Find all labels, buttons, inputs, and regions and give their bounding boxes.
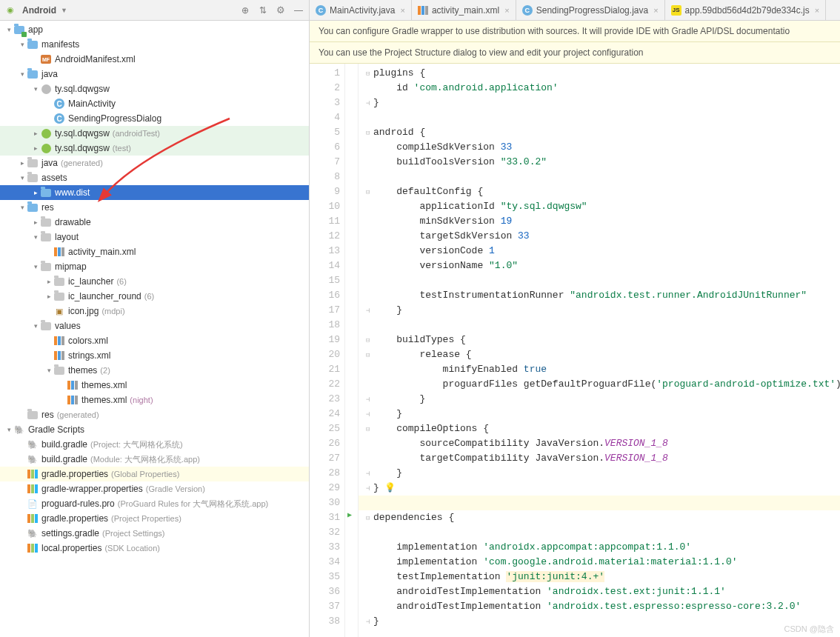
tree-row[interactable]: gradle.properties(Global Properties) [0,467,309,481]
expand-icon[interactable]: ▸ [31,144,40,152]
expand-icon[interactable]: ▾ [4,426,13,433]
fold-icon[interactable]: ⊟ [366,333,373,348]
fold-icon[interactable]: ⊟ [366,185,373,200]
close-icon[interactable]: × [504,6,509,15]
code-line[interactable]: applicationId "ty.sql.dqwgsw" [366,199,840,214]
tree-row[interactable]: colors.xml [0,333,309,348]
expand-icon[interactable]: ▾ [44,367,53,374]
code-line[interactable]: ⊟plugins { [366,66,840,81]
code-line[interactable]: ⊟ defaultConfig { [366,184,840,199]
tree-row[interactable]: ▾themes(2) [0,363,309,378]
tree-row[interactable]: ▾🐘Gradle Scripts [0,422,309,437]
code-line[interactable]: targetSdkVersion 33 [366,229,840,244]
expand-icon[interactable]: ▸ [44,278,53,285]
tree-row[interactable]: ▸ty.sql.dqwgsw(androidTest) [0,126,309,141]
code-line[interactable]: versionCode 1 [366,244,840,259]
target-icon[interactable]: ⊕ [239,4,251,16]
code-line[interactable] [359,496,840,510]
tree-row[interactable]: ▾app [0,22,309,37]
tree-row[interactable]: ▾manifests [0,37,309,52]
fold-icon[interactable]: ⊟ [366,126,373,141]
run-icon[interactable]: ▶ [347,510,352,519]
code-line[interactable]: testImplementation 'junit:junit:4.+' [366,570,840,584]
code-line[interactable] [366,525,840,540]
code-line[interactable]: ⊣} 💡 [366,481,840,496]
project-structure-banner[interactable]: You can use the Project Structure dialog… [310,42,840,64]
tree-row[interactable]: strings.xml [0,348,309,363]
expand-icon[interactable]: ▸ [44,293,53,300]
code-line[interactable] [366,273,840,288]
expand-icon[interactable]: ▾ [18,70,27,78]
tree-row[interactable]: 🐘build.gradle(Module: 大气网格化系统.app) [0,452,309,467]
fold-icon[interactable]: ⊟ [366,67,373,81]
expand-icon[interactable]: ▾ [18,174,27,181]
code-line[interactable]: ⊟android { [366,125,840,140]
expand-icon[interactable]: ▾ [31,233,40,241]
expand-icon[interactable]: ▸ [18,159,27,167]
expand-icon[interactable]: ▾ [4,26,13,33]
code-line[interactable]: ⊟ buildTypes { [366,333,840,347]
code-line[interactable]: id 'com.android.application' [366,81,840,96]
run-gutter[interactable]: ▶ [345,64,359,637]
tree-row[interactable]: gradle-wrapper.properties(Gradle Version… [0,481,309,496]
code-line[interactable]: androidTestImplementation 'androidx.test… [366,599,840,614]
tree-row[interactable]: 🐘settings.gradle(Project Settings) [0,526,309,541]
code-line[interactable]: sourceCompatibility JavaVersion.VERSION_… [366,436,840,451]
tree-row[interactable]: gradle.properties(Project Properties) [0,511,309,526]
code-line[interactable]: ⊣ } [366,392,840,407]
code-line[interactable]: versionName "1.0" [366,259,840,273]
tree-row[interactable]: local.properties(SDK Location) [0,541,309,556]
code-line[interactable]: ⊟ compileOptions { [366,421,840,436]
code-line[interactable] [366,318,840,333]
editor-tab[interactable]: CMainActivity.java× [310,0,412,20]
expand-icon[interactable]: ▸ [31,189,40,196]
code-line[interactable]: proguardFiles getDefaultProguardFile('pr… [366,377,840,392]
expand-icon[interactable]: ▾ [31,322,40,330]
sidebar-title[interactable]: Android [22,5,56,16]
code-line[interactable]: implementation 'com.google.android.mater… [366,555,840,570]
tree-row[interactable]: ▸java(generated) [0,156,309,170]
close-icon[interactable]: × [653,6,658,15]
tree-row[interactable]: ▸drawable [0,215,309,230]
editor-tab[interactable]: JSapp.59dbd56d4d2b79de334c.js× [665,0,827,20]
expand-icon[interactable]: ▾ [31,263,40,270]
code-line[interactable]: ⊟ release { [366,347,840,362]
fold-icon[interactable]: ⊟ [366,348,373,363]
fold-icon[interactable]: ⊟ [366,511,373,526]
code-line[interactable]: targetCompatibility JavaVersion.VERSION_… [366,451,840,466]
code-editor[interactable]: 1234567891011121314151617181920212223242… [310,64,840,637]
code-line[interactable]: implementation 'androidx.appcompat:appco… [366,540,840,555]
tree-row[interactable]: themes.xml [0,378,309,393]
code-line[interactable]: testInstrumentationRunner "androidx.test… [366,288,840,303]
tree-row[interactable]: ▾res [0,200,309,215]
tree-row[interactable]: ▸ty.sql.dqwgsw(test) [0,141,309,156]
tree-row[interactable]: ▸ic_launcher(6) [0,274,309,289]
tree-row[interactable]: activity_main.xml [0,244,309,259]
code-line[interactable]: ⊣} [366,614,840,629]
tree-row[interactable]: ▾values [0,318,309,333]
minimize-icon[interactable]: — [293,4,304,16]
code-line[interactable]: compileSdkVersion 33 [366,140,840,155]
gradle-sources-banner[interactable]: You can configure Gradle wrapper to use … [310,21,840,42]
tree-row[interactable]: ▾mipmap [0,259,309,274]
expand-icon[interactable]: ▾ [31,85,40,93]
tree-row[interactable]: CSendingProgressDialog [0,111,309,126]
tree-row[interactable]: ▾java [0,67,309,81]
code-line[interactable] [366,170,840,184]
close-icon[interactable]: × [400,6,404,15]
code-line[interactable] [366,110,840,125]
tree-row[interactable]: ▸ic_launcher_round(6) [0,289,309,304]
filter-icon[interactable]: ⇅ [257,4,269,16]
tree-row[interactable]: ▸www.dist [0,185,309,200]
expand-icon[interactable]: ▸ [31,219,40,226]
tree-row[interactable]: 📄proguard-rules.pro(ProGuard Rules for 大… [0,496,309,511]
tree-row[interactable]: 🐘build.gradle(Project: 大气网格化系统) [0,437,309,452]
tree-row[interactable]: ▾assets [0,170,309,185]
code-line[interactable]: minSdkVersion 19 [366,214,840,229]
tree-row[interactable]: CMainActivity [0,96,309,111]
code-line[interactable]: ⊣ } [366,407,840,421]
code-line[interactable]: ⊟dependencies { [366,510,840,525]
editor-tab[interactable]: CSendingProgressDialog.java× [516,0,665,20]
tree-row[interactable]: themes.xml(night) [0,393,309,407]
tree-row[interactable]: ▣icon.jpg(mdpi) [0,304,309,318]
